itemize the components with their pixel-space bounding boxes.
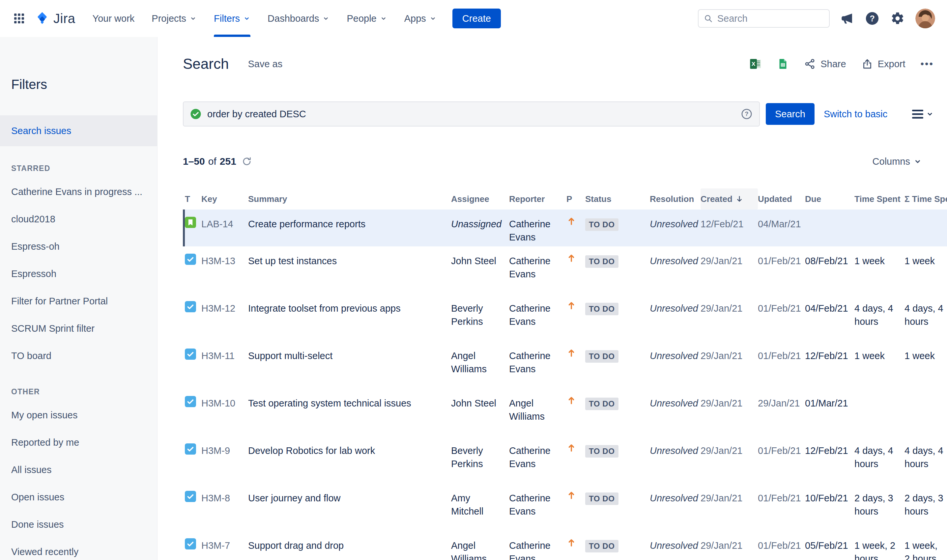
issue-row[interactable]: H3M-11Support multi-selectAngel Williams… — [183, 341, 947, 389]
column-header-reporter[interactable]: Reporter — [509, 188, 567, 209]
column-header-resolution[interactable]: Resolution — [650, 188, 701, 209]
cell-issue-key[interactable]: H3M-10 — [201, 389, 248, 436]
columns-button[interactable]: Columns — [873, 156, 922, 167]
cell-issue-key[interactable]: H3M-13 — [201, 246, 248, 294]
cell-resolution: Unresolved — [650, 389, 701, 436]
global-search[interactable] — [698, 9, 830, 28]
column-header-summary[interactable]: Summary — [248, 188, 451, 209]
issue-row[interactable]: H3M-9Develop Robotics for lab workBeverl… — [183, 436, 947, 483]
sidebar-item[interactable]: Espressoh — [0, 260, 157, 288]
export-sheets-icon[interactable] — [777, 58, 789, 70]
cell-summary[interactable]: User journey and flow — [248, 483, 451, 531]
export-button[interactable]: Export — [861, 58, 905, 70]
nav-item-your-work[interactable]: Your work — [92, 0, 134, 37]
issue-row[interactable]: LAB-14Create performance reportsUnassign… — [183, 209, 947, 246]
sidebar-item[interactable]: Reported by me — [0, 429, 157, 456]
cell-issue-key[interactable]: H3M-7 — [201, 531, 248, 560]
nav-item-filters[interactable]: Filters — [214, 0, 250, 37]
cell-issue-key[interactable]: LAB-14 — [201, 209, 248, 246]
cell-created: 12/Feb/21 — [701, 209, 758, 246]
issue-row[interactable]: H3M-7Support drag and dropAngel Williams… — [183, 531, 947, 560]
cell-summary[interactable]: Set up test instances — [248, 246, 451, 294]
view-options-button[interactable] — [912, 110, 934, 118]
help-icon[interactable]: ? — [865, 11, 880, 26]
column-header-created[interactable]: Created — [701, 188, 758, 209]
more-options-icon[interactable]: ••• — [920, 58, 934, 69]
cell-issue-key[interactable]: H3M-8 — [201, 483, 248, 531]
sidebar-item[interactable]: Filter for Partner Portal — [0, 288, 157, 315]
page-shell: Filters Search issues STARREDCatherine E… — [0, 37, 947, 560]
create-button[interactable]: Create — [453, 9, 501, 28]
sidebar-item[interactable]: Done issues — [0, 511, 157, 538]
column-header-due[interactable]: Due — [805, 188, 855, 209]
cell-issue-key[interactable]: H3M-11 — [201, 341, 248, 389]
cell-sum-time-spent: 1 week — [904, 246, 947, 294]
task-icon — [185, 538, 196, 549]
cell-summary[interactable]: Develop Robotics for lab work — [248, 436, 451, 483]
sidebar-item[interactable]: Open issues — [0, 483, 157, 511]
user-avatar[interactable] — [915, 9, 935, 28]
cell-summary[interactable]: Support multi-select — [248, 341, 451, 389]
cell-due — [805, 209, 855, 246]
sidebar-item[interactable]: Espress-oh — [0, 233, 157, 260]
sidebar-item-search-issues[interactable]: Search issues — [0, 115, 157, 146]
sidebar-item[interactable]: TO board — [0, 342, 157, 369]
column-header-label: Updated — [758, 194, 792, 204]
nav-item-apps[interactable]: Apps — [404, 0, 437, 37]
cell-resolution: Unresolved — [650, 483, 701, 531]
search-button[interactable]: Search — [766, 103, 815, 125]
jql-input[interactable]: order by created DESC ? — [183, 102, 760, 126]
task-icon — [185, 349, 196, 360]
column-header-priority[interactable]: P — [567, 188, 585, 209]
jira-logo[interactable]: Jira — [35, 11, 75, 26]
cell-priority — [567, 246, 585, 294]
refresh-icon[interactable] — [242, 156, 252, 167]
chevron-down-icon — [189, 15, 197, 22]
sidebar-item[interactable]: Viewed recently — [0, 538, 157, 560]
issue-row[interactable]: H3M-8User journey and flowAmy MitchellCa… — [183, 483, 947, 531]
cell-due: 01/Mar/21 — [805, 389, 855, 436]
column-header-time_spent[interactable]: Time Spent — [855, 188, 904, 209]
issue-row[interactable]: H3M-10Test operating system technical is… — [183, 389, 947, 436]
syntax-help-icon[interactable]: ? — [741, 108, 753, 120]
cell-summary[interactable]: Integrate toolset from previous apps — [248, 294, 451, 341]
cell-updated: 01/Feb/21 — [758, 531, 805, 560]
issue-row[interactable]: H3M-13Set up test instancesJohn SteelCat… — [183, 246, 947, 294]
cell-issue-key[interactable]: H3M-9 — [201, 436, 248, 483]
nav-item-people[interactable]: People — [346, 0, 387, 37]
share-button[interactable]: Share — [804, 58, 846, 70]
cell-status: TO DO — [585, 341, 650, 389]
sidebar-item[interactable]: SCRUM Sprint filter — [0, 315, 157, 342]
column-header-label: P — [567, 194, 572, 204]
cell-reporter: Catherine Evans — [509, 294, 567, 341]
global-search-input[interactable] — [717, 13, 824, 25]
column-header-updated[interactable]: Updated — [758, 188, 805, 209]
issue-row[interactable]: H3M-12Integrate toolset from previous ap… — [183, 294, 947, 341]
sidebar-item[interactable]: My open issues — [0, 402, 157, 429]
column-header-sum_time_spent[interactable]: Σ Time Spent — [904, 188, 947, 209]
column-header-assignee[interactable]: Assignee — [451, 188, 509, 209]
column-header-type[interactable]: T — [185, 188, 201, 209]
save-as-button[interactable]: Save as — [248, 58, 282, 69]
column-header-key[interactable]: Key — [201, 188, 248, 209]
export-excel-icon[interactable]: X — [749, 58, 762, 70]
column-header-status[interactable]: Status — [585, 188, 650, 209]
announcements-icon[interactable] — [840, 12, 854, 25]
cell-summary[interactable]: Support drag and drop — [248, 531, 451, 560]
settings-gear-icon[interactable] — [890, 11, 905, 26]
nav-item-projects[interactable]: Projects — [152, 0, 197, 37]
nav-item-label: Apps — [404, 13, 426, 24]
sidebar-item[interactable]: cloud2018 — [0, 206, 157, 233]
cell-summary[interactable]: Create performance reports — [248, 209, 451, 246]
priority-high-icon — [567, 300, 576, 310]
primary-nav: Your workProjectsFiltersDashboardsPeople… — [92, 0, 436, 37]
app-switcher-icon[interactable] — [12, 12, 26, 25]
cell-issue-key[interactable]: H3M-12 — [201, 294, 248, 341]
sidebar-item[interactable]: All issues — [0, 456, 157, 483]
switch-to-basic-link[interactable]: Switch to basic — [824, 109, 887, 120]
cell-status: TO DO — [585, 389, 650, 436]
cell-summary[interactable]: Test operating system technical issues — [248, 389, 451, 436]
issue-table-body: LAB-14Create performance reportsUnassign… — [183, 209, 934, 560]
sidebar-item[interactable]: Catherine Evans in progress ... — [0, 178, 157, 206]
nav-item-dashboards[interactable]: Dashboards — [268, 0, 330, 37]
